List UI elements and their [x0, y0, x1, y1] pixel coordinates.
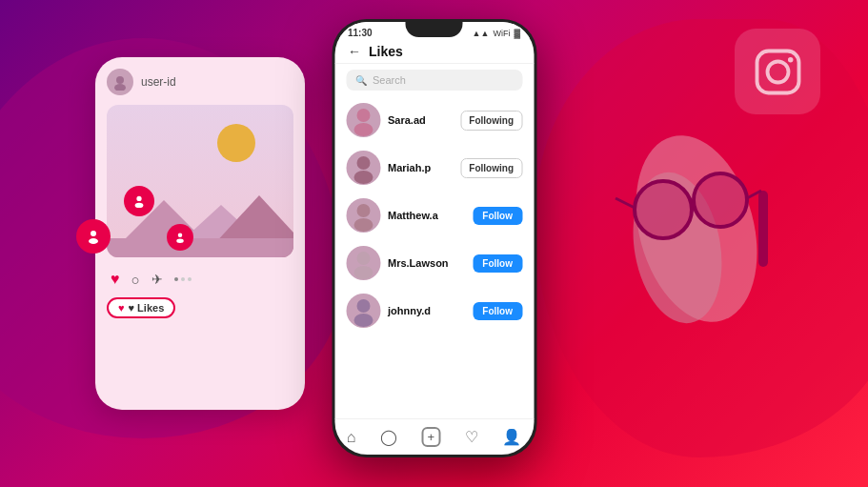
user-avatar-matthew [346, 198, 380, 233]
phone-nav: ⌂ ◯ + ♡ 👤 [334, 418, 534, 455]
svg-point-25 [356, 156, 370, 170]
status-bar: 11:30 ▲▲ WiFi ▓ [334, 22, 534, 38]
svg-point-18 [89, 238, 98, 244]
svg-point-21 [178, 233, 183, 238]
svg-point-26 [353, 171, 373, 184]
status-icons: ▲▲ WiFi ▓ [473, 29, 520, 38]
user-avatar-mrslawson [346, 246, 380, 280]
phone-time: 11:30 [348, 28, 373, 38]
signal-icon: ▲▲ [473, 29, 490, 38]
svg-point-32 [353, 314, 373, 327]
follow-button-matthew[interactable]: Follow [473, 207, 522, 225]
svg-point-31 [356, 299, 370, 313]
user-name-matthew: Matthew.a [388, 210, 465, 221]
notif-badge-2 [124, 186, 154, 216]
svg-point-1 [767, 61, 788, 82]
svg-point-29 [356, 252, 370, 265]
screen-title: Likes [369, 44, 403, 59]
svg-rect-10 [758, 191, 768, 267]
left-phone: user-id ♥ ○ ✈ ♥ ♥ Likes [95, 57, 305, 410]
svg-point-6 [694, 173, 747, 227]
instagram-logo [735, 29, 820, 114]
svg-point-19 [136, 196, 141, 201]
user-name-johnnyd: johnny.d [388, 305, 465, 316]
svg-line-8 [616, 198, 635, 208]
svg-point-2 [787, 57, 793, 63]
user-list: Sara.ad Following Mariah.p Following Mat… [334, 96, 534, 418]
svg-point-30 [353, 266, 373, 279]
notif-badge-1 [76, 219, 111, 254]
wifi-icon: WiFi [493, 29, 510, 38]
follow-button-johnnyd[interactable]: Follow [473, 302, 522, 320]
svg-line-7 [692, 200, 694, 210]
battery-icon: ▓ [514, 29, 520, 38]
user-row: Mrs.Lawson Follow [334, 239, 534, 287]
search-placeholder: Search [373, 74, 406, 86]
phone-notch [406, 22, 463, 37]
svg-point-5 [635, 181, 692, 238]
svg-point-24 [353, 123, 373, 136]
user-row: Matthew.a Follow [334, 192, 534, 239]
left-phone-image [107, 105, 293, 257]
main-phone: 11:30 ▲▲ WiFi ▓ ← Likes 🔍 Search [332, 19, 536, 457]
nav-search-icon[interactable]: ◯ [380, 428, 397, 446]
svg-rect-0 [757, 51, 798, 92]
following-button-mariah[interactable]: Following [460, 158, 522, 178]
svg-point-28 [353, 218, 373, 232]
following-button-sara[interactable]: Following [460, 111, 522, 131]
nav-home-icon[interactable]: ⌂ [347, 429, 356, 446]
svg-point-12 [114, 84, 126, 91]
user-name-mariah: Mariah.p [388, 162, 453, 173]
nav-heart-icon[interactable]: ♡ [465, 428, 478, 446]
svg-point-11 [116, 76, 124, 84]
left-phone-actions: ♥ ○ ✈ [107, 265, 293, 294]
user-row: johnny.d Follow [334, 287, 534, 335]
svg-point-27 [356, 204, 370, 217]
left-phone-avatar [107, 69, 133, 95]
svg-point-23 [356, 109, 370, 122]
user-avatar-sara [346, 103, 380, 137]
notif-badge-3 [167, 224, 193, 251]
svg-point-20 [135, 203, 144, 208]
user-name-sara: Sara.ad [388, 114, 453, 126]
user-name-mrslawson: Mrs.Lawson [388, 257, 465, 269]
nav-profile-icon[interactable]: 👤 [502, 428, 521, 446]
back-arrow[interactable]: ← [348, 44, 361, 59]
svg-point-22 [176, 239, 184, 244]
user-row: Mariah.p Following [334, 144, 534, 192]
follow-button-mrslawson[interactable]: Follow [473, 254, 522, 273]
likes-pill: ♥ ♥ Likes [107, 297, 175, 318]
user-avatar-johnnyd [346, 294, 380, 328]
search-bar[interactable]: 🔍 Search [346, 70, 522, 91]
svg-point-17 [91, 231, 96, 236]
svg-rect-16 [107, 238, 293, 257]
likes-header: ← Likes [334, 38, 534, 64]
left-phone-userid: user-id [141, 75, 176, 89]
search-icon: 🔍 [355, 75, 367, 86]
user-row: Sara.ad Following [334, 96, 534, 144]
nav-add-icon[interactable]: + [422, 427, 441, 447]
user-avatar-mariah [346, 151, 380, 185]
